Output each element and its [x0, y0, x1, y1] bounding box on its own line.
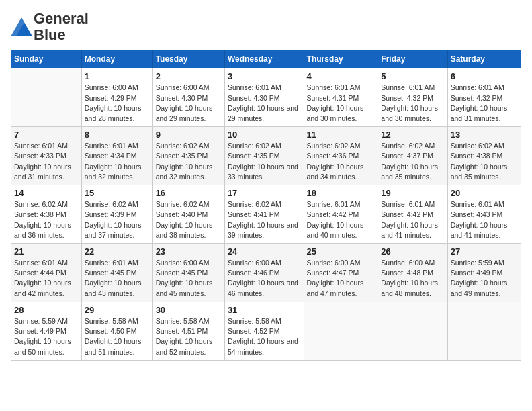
calendar-cell: 7Sunrise: 6:01 AMSunset: 4:33 PMDaylight…	[11, 127, 82, 185]
day-info: Sunrise: 6:01 AMSunset: 4:44 PMDaylight:…	[14, 258, 79, 299]
header-tuesday: Tuesday	[152, 50, 224, 68]
calendar-cell: 11Sunrise: 6:02 AMSunset: 4:36 PMDayligh…	[304, 127, 378, 185]
calendar-cell: 14Sunrise: 6:02 AMSunset: 4:38 PMDayligh…	[11, 185, 82, 244]
header-wednesday: Wednesday	[224, 50, 304, 68]
calendar-cell: 26Sunrise: 6:00 AMSunset: 4:48 PMDayligh…	[378, 244, 447, 302]
day-info: Sunrise: 6:02 AMSunset: 4:38 PMDaylight:…	[451, 141, 518, 182]
day-info: Sunrise: 6:00 AMSunset: 4:29 PMDaylight:…	[85, 83, 150, 124]
calendar-cell: 30Sunrise: 5:58 AMSunset: 4:51 PMDayligh…	[152, 302, 224, 360]
day-info: Sunrise: 6:01 AMSunset: 4:42 PMDaylight:…	[381, 199, 444, 240]
logo-icon	[11, 17, 32, 36]
day-info: Sunrise: 6:00 AMSunset: 4:46 PMDaylight:…	[228, 258, 301, 299]
logo-blue: Blue	[34, 26, 66, 43]
day-number: 1	[85, 71, 150, 81]
calendar-cell: 13Sunrise: 6:02 AMSunset: 4:38 PMDayligh…	[447, 127, 521, 185]
calendar-cell: 22Sunrise: 6:01 AMSunset: 4:45 PMDayligh…	[81, 244, 152, 302]
calendar-cell: 28Sunrise: 5:59 AMSunset: 4:49 PMDayligh…	[11, 302, 82, 360]
day-info: Sunrise: 6:02 AMSunset: 4:37 PMDaylight:…	[381, 141, 444, 182]
calendar-cell: 20Sunrise: 6:01 AMSunset: 4:43 PMDayligh…	[447, 185, 521, 244]
day-info: Sunrise: 6:01 AMSunset: 4:45 PMDaylight:…	[85, 258, 150, 299]
day-number: 22	[85, 246, 150, 257]
calendar-cell	[447, 302, 521, 360]
calendar-cell: 4Sunrise: 6:01 AMSunset: 4:31 PMDaylight…	[304, 68, 378, 127]
calendar-week-row: 14Sunrise: 6:02 AMSunset: 4:38 PMDayligh…	[11, 185, 521, 244]
calendar-cell: 19Sunrise: 6:01 AMSunset: 4:42 PMDayligh…	[378, 185, 447, 244]
calendar-cell	[304, 302, 378, 360]
calendar-cell: 31Sunrise: 5:58 AMSunset: 4:52 PMDayligh…	[224, 302, 304, 360]
day-info: Sunrise: 6:00 AMSunset: 4:48 PMDaylight:…	[381, 258, 444, 299]
day-number: 27	[451, 246, 518, 257]
calendar-cell: 16Sunrise: 6:02 AMSunset: 4:40 PMDayligh…	[152, 185, 224, 244]
day-info: Sunrise: 6:00 AMSunset: 4:47 PMDaylight:…	[307, 258, 375, 299]
day-number: 14	[14, 188, 79, 198]
calendar-cell: 2Sunrise: 6:00 AMSunset: 4:30 PMDaylight…	[152, 68, 224, 127]
calendar-cell: 18Sunrise: 6:01 AMSunset: 4:42 PMDayligh…	[304, 185, 378, 244]
day-number: 9	[156, 130, 222, 140]
calendar-cell: 21Sunrise: 6:01 AMSunset: 4:44 PMDayligh…	[11, 244, 82, 302]
calendar-week-row: 21Sunrise: 6:01 AMSunset: 4:44 PMDayligh…	[11, 244, 521, 302]
day-number: 21	[14, 246, 79, 257]
calendar-cell: 23Sunrise: 6:00 AMSunset: 4:45 PMDayligh…	[152, 244, 224, 302]
calendar-cell: 15Sunrise: 6:02 AMSunset: 4:39 PMDayligh…	[81, 185, 152, 244]
calendar-header-row: SundayMondayTuesdayWednesdayThursdayFrid…	[11, 50, 521, 68]
header-saturday: Saturday	[447, 50, 521, 68]
day-info: Sunrise: 6:01 AMSunset: 4:34 PMDaylight:…	[85, 141, 150, 182]
day-info: Sunrise: 6:02 AMSunset: 4:40 PMDaylight:…	[156, 199, 222, 240]
day-number: 6	[451, 71, 518, 81]
calendar-cell: 17Sunrise: 6:02 AMSunset: 4:41 PMDayligh…	[224, 185, 304, 244]
day-info: Sunrise: 6:02 AMSunset: 4:35 PMDaylight:…	[156, 141, 222, 182]
day-number: 4	[307, 71, 375, 81]
calendar-cell: 5Sunrise: 6:01 AMSunset: 4:32 PMDaylight…	[378, 68, 447, 127]
day-info: Sunrise: 5:58 AMSunset: 4:52 PMDaylight:…	[228, 316, 301, 357]
day-info: Sunrise: 5:59 AMSunset: 4:49 PMDaylight:…	[451, 258, 518, 299]
day-info: Sunrise: 5:58 AMSunset: 4:51 PMDaylight:…	[156, 316, 222, 357]
day-info: Sunrise: 6:01 AMSunset: 4:32 PMDaylight:…	[451, 83, 518, 124]
day-number: 10	[228, 130, 301, 140]
day-number: 18	[307, 188, 375, 198]
day-number: 2	[156, 71, 222, 81]
day-info: Sunrise: 6:02 AMSunset: 4:38 PMDaylight:…	[14, 199, 79, 240]
day-number: 7	[14, 130, 79, 140]
calendar-cell: 25Sunrise: 6:00 AMSunset: 4:47 PMDayligh…	[304, 244, 378, 302]
calendar-cell: 29Sunrise: 5:58 AMSunset: 4:50 PMDayligh…	[81, 302, 152, 360]
day-info: Sunrise: 6:02 AMSunset: 4:41 PMDaylight:…	[228, 199, 301, 240]
day-number: 31	[228, 305, 301, 315]
day-number: 13	[451, 130, 518, 140]
logo-general: General	[34, 10, 89, 27]
day-info: Sunrise: 5:58 AMSunset: 4:50 PMDaylight:…	[85, 316, 150, 357]
calendar-cell: 24Sunrise: 6:00 AMSunset: 4:46 PMDayligh…	[224, 244, 304, 302]
header-monday: Monday	[81, 50, 152, 68]
calendar-week-row: 7Sunrise: 6:01 AMSunset: 4:33 PMDaylight…	[11, 127, 521, 185]
day-info: Sunrise: 6:01 AMSunset: 4:43 PMDaylight:…	[451, 199, 518, 240]
day-number: 20	[451, 188, 518, 198]
calendar-cell: 8Sunrise: 6:01 AMSunset: 4:34 PMDaylight…	[81, 127, 152, 185]
logo: General Blue	[11, 11, 89, 43]
calendar-table: SundayMondayTuesdayWednesdayThursdayFrid…	[11, 50, 521, 360]
calendar-cell: 10Sunrise: 6:02 AMSunset: 4:35 PMDayligh…	[224, 127, 304, 185]
calendar-cell: 27Sunrise: 5:59 AMSunset: 4:49 PMDayligh…	[447, 244, 521, 302]
day-number: 12	[381, 130, 444, 140]
calendar-week-row: 28Sunrise: 5:59 AMSunset: 4:49 PMDayligh…	[11, 302, 521, 360]
day-info: Sunrise: 6:01 AMSunset: 4:42 PMDaylight:…	[307, 199, 375, 240]
calendar-cell: 1Sunrise: 6:00 AMSunset: 4:29 PMDaylight…	[81, 68, 152, 127]
day-number: 26	[381, 246, 444, 257]
day-info: Sunrise: 6:02 AMSunset: 4:36 PMDaylight:…	[307, 141, 375, 182]
day-info: Sunrise: 6:01 AMSunset: 4:31 PMDaylight:…	[307, 83, 375, 124]
header-sunday: Sunday	[11, 50, 82, 68]
header-thursday: Thursday	[304, 50, 378, 68]
calendar-cell: 3Sunrise: 6:01 AMSunset: 4:30 PMDaylight…	[224, 68, 304, 127]
page-header: General Blue	[11, 11, 521, 43]
day-number: 17	[228, 188, 301, 198]
day-number: 19	[381, 188, 444, 198]
calendar-cell	[378, 302, 447, 360]
day-info: Sunrise: 5:59 AMSunset: 4:49 PMDaylight:…	[14, 316, 79, 357]
day-info: Sunrise: 6:01 AMSunset: 4:30 PMDaylight:…	[228, 83, 301, 124]
day-info: Sunrise: 6:01 AMSunset: 4:32 PMDaylight:…	[381, 83, 444, 124]
day-number: 8	[85, 130, 150, 140]
day-info: Sunrise: 6:02 AMSunset: 4:39 PMDaylight:…	[85, 199, 150, 240]
calendar-cell: 9Sunrise: 6:02 AMSunset: 4:35 PMDaylight…	[152, 127, 224, 185]
header-friday: Friday	[378, 50, 447, 68]
day-number: 23	[156, 246, 222, 257]
day-number: 11	[307, 130, 375, 140]
calendar-week-row: 1Sunrise: 6:00 AMSunset: 4:29 PMDaylight…	[11, 68, 521, 127]
